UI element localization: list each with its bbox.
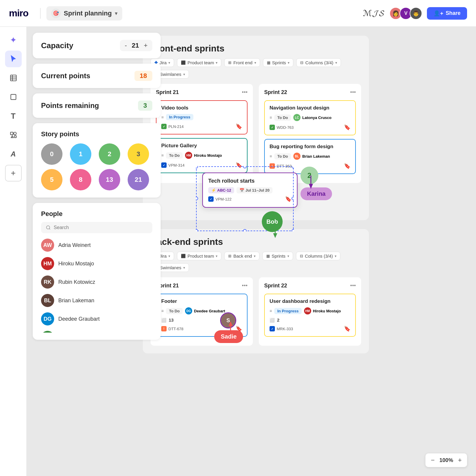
svg-rect-8 — [14, 136, 16, 138]
filter-sprints[interactable]: ▦ Sprints ▾ — [263, 58, 294, 67]
floating-date-badge: 📅 Jul 11–Jul 20 — [237, 187, 273, 193]
task-id-pln214: ✓ PLN-214 — [161, 124, 184, 129]
story-dot-21[interactable]: 21 — [128, 169, 149, 190]
task-id-dtt678: ! DTT-678 — [161, 326, 184, 331]
filter-front-end-label: Front end — [233, 60, 252, 65]
frontend-sprint-22-name: Sprint 22 — [264, 89, 287, 95]
capacity-controls: - 21 + — [120, 40, 152, 51]
task-card-nav-layout[interactable]: Navigation layout design ≡ To Do LC Lato… — [264, 100, 356, 135]
text-toolbar-btn[interactable]: T — [5, 108, 22, 124]
floating-card-footer: ✓ VPM-122 🔖 — [208, 196, 292, 202]
task-card-user-dashboard[interactable]: User dashboard redesign ≡ In Progress HM… — [264, 294, 356, 337]
backend-sprint-21-menu[interactable]: ••• — [242, 283, 248, 289]
points-remaining-card: Points remaining 3 — [33, 93, 161, 118]
add-toolbar-btn[interactable]: + — [5, 165, 22, 181]
people-list: AW Adria Weinert HM Hiroku Mostajo RK Ru… — [41, 237, 152, 333]
filter-columns-label: Columns (3/4) — [305, 60, 333, 65]
task-title-video-tools: Video tools — [161, 105, 242, 111]
people-search-box[interactable] — [41, 222, 152, 233]
nav-title-area[interactable]: 🎯 Sprint planning ▾ — [46, 6, 122, 21]
story-dot-2[interactable]: 2 — [99, 143, 120, 165]
floating-id-badge: ⚡ ABC-12 — [208, 187, 234, 193]
be-filter-columns[interactable]: ⊟ Columns (3/4) ▾ — [296, 252, 340, 260]
miro-logo: miro — [9, 8, 28, 19]
share-button[interactable]: 👤+ Share — [427, 7, 467, 20]
status-lines-icon: ≡ — [270, 309, 272, 313]
user-badge-dg: DG Deedee Graubart — [185, 307, 225, 314]
filter-columns[interactable]: ⊟ Columns (3/4) ▾ — [296, 58, 341, 67]
frontend-sprint-21-menu[interactable]: ••• — [242, 89, 248, 95]
be-filter-sprints[interactable]: ▦ Sprints ▾ — [262, 252, 293, 260]
backend-sprint-22-menu[interactable]: ••• — [350, 283, 356, 289]
user-dot-bl: BL — [293, 153, 300, 160]
sparkle-toolbar-btn[interactable]: ✦ — [5, 32, 22, 48]
user-dot-hm2: HM — [304, 307, 311, 314]
shapes-toolbar-btn[interactable] — [5, 127, 22, 143]
points-remaining-row: Points remaining 3 — [41, 101, 152, 111]
current-points-row: Current points 18 — [41, 71, 152, 81]
jira-float-icon: ✓ — [208, 196, 214, 202]
story-points-card: Story points 0 1 2 3 5 8 13 21 — [33, 123, 161, 198]
capacity-plus-button[interactable]: + — [144, 42, 148, 49]
nav-title: Sprint planning — [64, 10, 112, 17]
task-footer-picture-gallery: ✓ VPM-314 🔖 — [161, 162, 242, 168]
filter-front-end[interactable]: ⊞ Front end ▾ — [224, 58, 260, 67]
people-search-input[interactable] — [54, 225, 148, 230]
person-name-hm: Hiroku Mostajo — [58, 261, 94, 267]
note-toolbar-btn[interactable] — [5, 89, 22, 105]
person-avatar-rk: RK — [41, 275, 54, 289]
karina-number-bubble: 2 — [300, 167, 318, 184]
table-toolbar-btn[interactable] — [5, 70, 22, 86]
story-dot-8[interactable]: 8 — [70, 169, 91, 190]
bookmark-icon: 🔖 — [236, 123, 242, 130]
bookmark-icon: 🔖 — [344, 325, 350, 332]
capacity-card: Capacity - 21 + — [33, 33, 161, 58]
floating-card-title: Tech rollout starts — [208, 178, 292, 184]
capacity-minus-button[interactable]: - — [125, 42, 127, 49]
bookmark-icon: 🔖 — [344, 163, 350, 169]
story-points-title: Story points — [41, 130, 152, 138]
nav-chevron-icon[interactable]: ▾ — [115, 10, 118, 17]
user-badge-hm2: HM Hiroku Mostajo — [304, 307, 341, 314]
be-filter-back-end[interactable]: ⊞ Back end ▾ — [224, 252, 259, 260]
person-avatar-bl: BL — [41, 294, 54, 307]
zoom-level: 100% — [439, 457, 453, 464]
cursor-toolbar-btn[interactable] — [5, 51, 22, 67]
person-name-rk: Rubin Kotowicz — [58, 279, 95, 285]
floating-tech-rollout[interactable]: Tech rollout starts ⚡ ABC-12 📅 Jul 11–Ju… — [202, 173, 298, 208]
story-dot-5[interactable]: 5 — [41, 169, 62, 190]
backend-sprints-row: Sprint 21 ••• Footer ≡ To Do DG Deedee G… — [151, 277, 361, 346]
frontend-sprint-22-header: Sprint 22 ••• — [264, 89, 356, 95]
jira-blue-icon: ✓ — [161, 162, 167, 168]
story-dot-3[interactable]: 3 — [128, 143, 149, 165]
jira-orange2-icon: ! — [161, 326, 167, 331]
task-title-picture-gallery: Picture Gallery — [161, 143, 242, 149]
person-avatar-nl: NL — [41, 331, 54, 333]
frontend-sprint-22-menu[interactable]: ••• — [350, 89, 356, 95]
people-card: People AW Adria Weinert HM Hiroku Mostaj… — [33, 203, 161, 340]
story-dot-0[interactable]: 0 — [41, 143, 62, 165]
task-points-row-ud: ⬜ 2 — [270, 317, 350, 322]
task-card-video-tools[interactable]: Video tools ≡ In Progress ✓ PLN-214 🔖 — [156, 100, 248, 134]
task-id-mrk333: ✓ MRK-333 — [270, 326, 293, 331]
zoom-in-button[interactable]: + — [458, 456, 462, 464]
current-points-badge: 18 — [134, 71, 152, 81]
avatar-3: 👨 — [410, 7, 422, 20]
zoom-out-button[interactable]: − — [431, 456, 435, 464]
backend-sprint-22-name: Sprint 22 — [264, 283, 287, 289]
user-dot-lc: LC — [293, 114, 300, 121]
story-dot-1[interactable]: 1 — [70, 143, 91, 165]
status-badge-inprogress-ud: In Progress — [274, 308, 302, 314]
filter-product-team[interactable]: ⬛ Product team ▾ — [177, 58, 221, 67]
font-toolbar-btn[interactable]: A — [5, 146, 22, 162]
bookmark-icon: 🔖 — [236, 162, 242, 168]
task-card-picture-gallery[interactable]: Picture Gallery ≡ To Do HM Hiroku Mostaj… — [156, 138, 248, 173]
svg-rect-0 — [10, 75, 16, 81]
jira-green2-icon: ✓ — [270, 125, 275, 130]
be-filter-product-team[interactable]: ⬛ Product team ▾ — [177, 252, 221, 260]
bookmark-icon: 🔖 — [344, 124, 350, 131]
story-dot-13[interactable]: 13 — [99, 169, 120, 190]
status-badge-todo-footer: To Do — [166, 308, 183, 314]
person-name-dg: Deedee Graubart — [58, 316, 100, 322]
status-badge-todo-br: To Do — [274, 153, 291, 159]
